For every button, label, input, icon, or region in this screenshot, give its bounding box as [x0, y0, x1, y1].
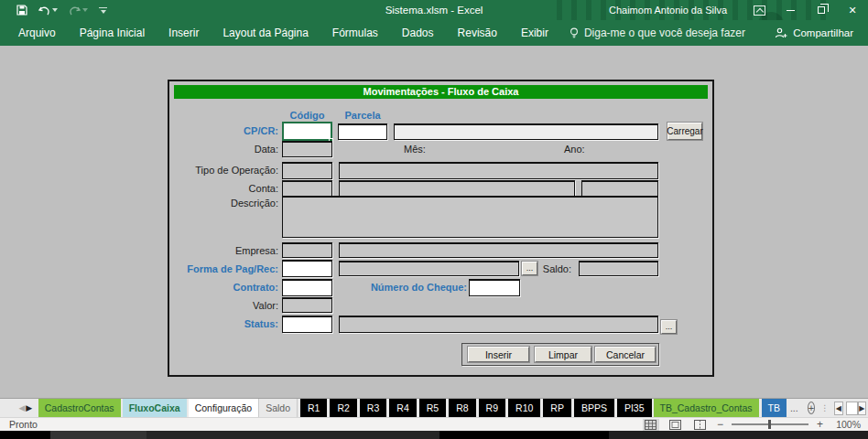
sheet-tab-bpps[interactable]: BPPS: [574, 399, 614, 418]
sheet-tab-r4[interactable]: R4: [389, 399, 416, 418]
share-label: Compartilhar: [793, 27, 853, 38]
label-ano: Ano:: [564, 144, 601, 155]
sheet-tab-rp[interactable]: RP: [543, 399, 571, 418]
sheet-tab-r8[interactable]: R8: [449, 399, 475, 418]
status-browse-button[interactable]: ...: [661, 320, 677, 334]
label-forma-pag-rec: Forma de Pag/Rec:: [173, 263, 278, 274]
undo-icon[interactable]: [38, 5, 58, 16]
column-header-parcela: Parcela: [338, 110, 387, 121]
label-descricao: Descrição:: [173, 198, 278, 209]
ribbon-tab-bar: Arquivo Página Inicial Inserir Layout da…: [0, 20, 868, 46]
sheet-tab-r3[interactable]: R3: [360, 399, 386, 418]
ribbon-tab-dados[interactable]: Dados: [390, 20, 446, 46]
zoom-in-icon[interactable]: +: [817, 418, 823, 431]
restore-button[interactable]: [806, 0, 837, 20]
tipo-operacao-codigo-input[interactable]: [282, 162, 332, 179]
sheet-tab-saldo[interactable]: Saldo: [258, 399, 298, 418]
close-button[interactable]: [837, 0, 868, 20]
sheet-nav-right-icon[interactable]: ▶: [26, 403, 33, 412]
contrato-input[interactable]: [282, 279, 332, 296]
ribbon-tab-layout-da-pagina[interactable]: Layout da Página: [211, 20, 320, 46]
column-header-codigo: Código: [282, 110, 332, 121]
sheet-tab-r1[interactable]: R1: [300, 399, 327, 418]
forma-pag-rec-codigo-input[interactable]: [282, 260, 332, 277]
restore-icon: [818, 6, 825, 14]
cancelar-button[interactable]: Cancelar: [595, 347, 656, 362]
zoom-out-icon[interactable]: −: [717, 418, 723, 431]
hscroll-thumb[interactable]: [846, 402, 858, 415]
close-icon: [848, 5, 856, 16]
share-person-icon: [775, 27, 787, 38]
carregar-button[interactable]: Carregar: [667, 123, 702, 140]
limpar-button[interactable]: Limpar: [535, 347, 591, 362]
descricao-textarea[interactable]: [282, 196, 658, 238]
actions-frame: Inserir Limpar Cancelar: [461, 343, 659, 366]
tell-me-label: Diga-me o que você deseja fazer: [584, 27, 745, 39]
redo-icon[interactable]: [69, 5, 88, 16]
page-break-view-icon[interactable]: [692, 419, 709, 431]
empresa-codigo-input[interactable]: [282, 242, 332, 258]
ribbon-tab-inserir[interactable]: Inserir: [157, 20, 211, 46]
label-cpcr: CP/CR:: [173, 125, 278, 136]
valor-input[interactable]: [282, 297, 332, 313]
cpcr-parcela-input[interactable]: [338, 123, 387, 140]
ribbon-tab-pagina-inicial[interactable]: Página Inicial: [68, 20, 157, 46]
normal-view-icon[interactable]: [643, 419, 659, 431]
status-descricao-input[interactable]: [339, 316, 658, 333]
workspace: Movimentações - Fluxo de Caixa Código Pa…: [0, 46, 868, 398]
sheet-tab-tb-cadastro-contas[interactable]: TB_Cadastro_Contas: [654, 399, 759, 418]
tell-me-box[interactable]: Diga-me o que você deseja fazer: [560, 27, 745, 39]
cpcr-descricao-input[interactable]: [394, 123, 658, 140]
sheet-tab-pi35[interactable]: PI35: [617, 399, 652, 418]
label-empresa: Empresa:: [173, 245, 278, 256]
label-valor: Valor:: [173, 300, 278, 311]
numero-cheque-input[interactable]: [469, 279, 520, 296]
sheet-tab-r2[interactable]: R2: [330, 399, 356, 418]
page-layout-view-icon[interactable]: [667, 419, 684, 431]
user-name: Chaimom Antonio da Silva: [609, 5, 727, 16]
sheet-tab-fluxocaixa[interactable]: FluxoCaixa: [123, 399, 187, 418]
tab-scrollbar-divider: ⋮: [820, 403, 829, 412]
inserir-button[interactable]: Inserir: [468, 347, 529, 362]
zoom-level[interactable]: 100%: [831, 419, 861, 430]
sheet-tab-bar: ◀ ▶ CadastroContas FluxoCaixa Configuraç…: [0, 398, 868, 417]
zoom-slider-thumb[interactable]: [768, 420, 772, 429]
status-mode: Pronto: [0, 419, 38, 430]
empresa-descricao-input[interactable]: [339, 242, 658, 258]
ribbon-tab-revisao[interactable]: Revisão: [446, 20, 509, 46]
save-icon[interactable]: [16, 5, 27, 16]
sheet-tab-r9[interactable]: R9: [479, 399, 505, 418]
saldo-input[interactable]: [579, 261, 658, 276]
label-data: Data:: [173, 144, 278, 155]
minimize-button[interactable]: [775, 0, 806, 20]
undo-dropdown-icon[interactable]: [52, 8, 58, 12]
status-bar: Pronto − + 100%: [0, 417, 868, 431]
redo-dropdown-icon[interactable]: [82, 8, 88, 12]
sheet-nav-left-icon[interactable]: ◀: [18, 403, 26, 412]
hscroll-left-icon[interactable]: ◀: [834, 402, 842, 415]
hscroll-right-icon[interactable]: ▶: [858, 402, 866, 415]
sheet-tab-configuracao[interactable]: Configuração: [189, 399, 258, 418]
label-mes: Mês:: [404, 144, 440, 155]
sheet-tab-r10[interactable]: R10: [508, 399, 540, 418]
cpcr-codigo-input[interactable]: [282, 122, 332, 141]
label-tipo-operacao: Tipo de Operação:: [173, 165, 278, 176]
data-input[interactable]: [282, 141, 332, 157]
status-codigo-input[interactable]: [282, 316, 332, 333]
label-numero-cheque: Número do Cheque:: [353, 282, 467, 293]
customize-qat-icon[interactable]: [99, 7, 107, 14]
ribbon-tab-formulas[interactable]: Fórmulas: [320, 20, 390, 46]
sheet-tab-tb[interactable]: TB: [762, 399, 787, 418]
new-sheet-icon[interactable]: +: [808, 402, 815, 414]
sheet-tab-r5[interactable]: R5: [419, 399, 446, 418]
sheet-tab-cadastrocontas[interactable]: CadastroContas: [38, 399, 121, 418]
label-saldo: Saldo:: [511, 263, 571, 274]
zoom-slider[interactable]: [732, 423, 808, 425]
share-button[interactable]: Compartilhar: [775, 27, 868, 38]
label-conta: Conta:: [173, 183, 278, 194]
ribbon-tab-arquivo[interactable]: Arquivo: [0, 20, 68, 46]
ribbon-tab-exibir[interactable]: Exibir: [509, 20, 560, 46]
tipo-operacao-descricao-input[interactable]: [339, 162, 658, 179]
forma-pag-rec-descricao-input[interactable]: [339, 261, 519, 276]
ribbon-display-options-button[interactable]: [743, 0, 775, 20]
